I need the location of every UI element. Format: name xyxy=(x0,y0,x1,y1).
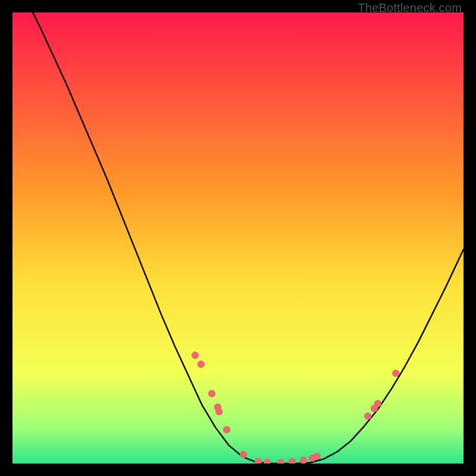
data-point xyxy=(392,369,399,377)
data-point xyxy=(215,408,223,415)
data-point xyxy=(223,426,230,433)
data-point xyxy=(374,400,381,407)
gradient-background xyxy=(12,12,464,464)
data-point xyxy=(313,453,320,460)
chart-container: TheBottleneck.com xyxy=(0,0,476,476)
chart-svg xyxy=(12,12,464,464)
data-point xyxy=(240,451,247,458)
data-point xyxy=(208,390,215,397)
data-point xyxy=(192,352,199,359)
data-point xyxy=(364,412,371,419)
data-point xyxy=(198,361,205,368)
plot-area xyxy=(12,12,464,464)
